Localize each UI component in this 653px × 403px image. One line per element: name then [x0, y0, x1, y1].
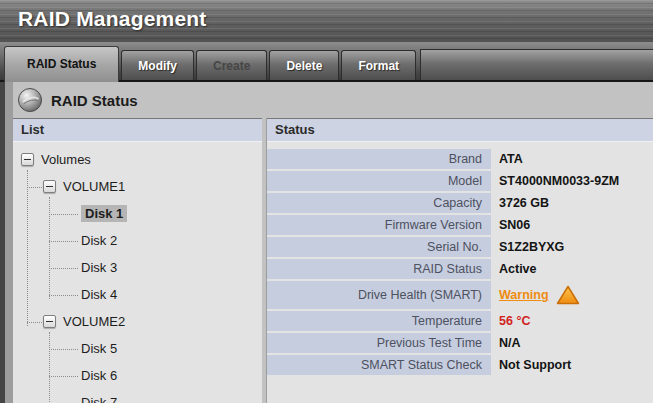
- row-value: N/A: [499, 336, 521, 350]
- volume-tree: Volumes VOLUME1 Disk 1 Disk 2 Disk 3 Dis…: [13, 142, 262, 403]
- row-value: Not Support: [499, 358, 571, 372]
- tree-item-label: Volumes: [41, 152, 91, 167]
- tree-item-disk7[interactable]: Disk 7: [13, 389, 262, 403]
- tree-item-disk2[interactable]: Disk 2: [13, 227, 262, 254]
- content-panels: List Volumes VOLUME1 Disk 1 Disk 2: [13, 118, 653, 403]
- row-label: Serial No.: [267, 237, 491, 257]
- status-row-model: Model ST4000NM0033-9ZM: [267, 171, 653, 191]
- page-title: RAID Management: [18, 7, 207, 31]
- collapse-icon[interactable]: [43, 180, 56, 193]
- row-label: Capacity: [267, 193, 491, 213]
- section-header: RAID Status: [13, 82, 653, 118]
- tree-item-label: Disk 6: [81, 368, 117, 383]
- page-edge-gray-strip: [5, 82, 13, 403]
- section-title: RAID Status: [51, 92, 138, 109]
- row-value: Active: [499, 262, 537, 276]
- tree-item-label: Disk 2: [81, 233, 117, 248]
- tree-item-volume1[interactable]: VOLUME1: [13, 173, 262, 200]
- row-label: RAID Status: [267, 259, 491, 279]
- tree-item-label: Disk 5: [81, 341, 117, 356]
- list-panel-body: Volumes VOLUME1 Disk 1 Disk 2 Disk 3 Dis…: [13, 142, 262, 403]
- raid-status-sphere-icon: [17, 87, 43, 113]
- row-value: S1Z2BYXG: [499, 240, 564, 254]
- status-panel-header: Status: [267, 118, 653, 142]
- status-row-brand: Brand ATA: [267, 149, 653, 169]
- tree-item-disk3[interactable]: Disk 3: [13, 254, 262, 281]
- tree-guide-line: [27, 170, 28, 326]
- row-value: ATA: [499, 152, 523, 166]
- row-label: Drive Health (SMART): [267, 281, 491, 309]
- status-rows: Brand ATA Model ST4000NM0033-9ZM Capacit…: [267, 142, 653, 375]
- tab-modify[interactable]: Modify: [121, 50, 194, 80]
- tab-bar: RAID Status Modify Create Delete Format: [0, 42, 653, 82]
- tab-raid-status[interactable]: RAID Status: [4, 46, 119, 82]
- tab-format[interactable]: Format: [341, 50, 416, 80]
- status-row-serial: Serial No. S1Z2BYXG: [267, 237, 653, 257]
- tab-strip-filler: [420, 49, 653, 80]
- collapse-icon[interactable]: [43, 315, 56, 328]
- warning-link[interactable]: Warning: [499, 288, 549, 302]
- status-row-temperature: Temperature 56 °C: [267, 311, 653, 331]
- row-label: Previous Test Time: [267, 333, 491, 353]
- tree-guide-line: [49, 332, 50, 403]
- row-label: Firmware Version: [267, 215, 491, 235]
- row-value: ST4000NM0033-9ZM: [499, 174, 619, 188]
- tree-item-label: Disk 7: [81, 395, 117, 403]
- row-value: 3726 GB: [499, 196, 549, 210]
- tree-item-disk1[interactable]: Disk 1: [13, 200, 262, 227]
- tree-item-label-selected: Disk 1: [81, 205, 127, 222]
- tree-item-label: Disk 3: [81, 260, 117, 275]
- row-label: Model: [267, 171, 491, 191]
- status-row-previous-test: Previous Test Time N/A: [267, 333, 653, 353]
- tree-item-disk5[interactable]: Disk 5: [13, 335, 262, 362]
- status-panel-body: Brand ATA Model ST4000NM0033-9ZM Capacit…: [267, 142, 653, 403]
- status-row-capacity: Capacity 3726 GB: [267, 193, 653, 213]
- tree-item-disk4[interactable]: Disk 4: [13, 281, 262, 308]
- tab-create: Create: [196, 50, 267, 80]
- collapse-icon[interactable]: [21, 153, 34, 166]
- tree-item-disk6[interactable]: Disk 6: [13, 362, 262, 389]
- warning-triangle-icon[interactable]: [556, 285, 580, 305]
- row-label: Brand: [267, 149, 491, 169]
- tree-item-label: VOLUME2: [63, 314, 125, 329]
- row-value: SN06: [499, 218, 530, 232]
- tree-item-volume2[interactable]: VOLUME2: [13, 308, 262, 335]
- status-panel: Status Brand ATA Model ST4000NM0033-9ZM …: [267, 118, 653, 403]
- app-header: RAID Management: [0, 0, 653, 42]
- status-row-drive-health: Drive Health (SMART) Warning: [267, 281, 653, 309]
- list-panel-header: List: [13, 118, 262, 142]
- row-label: SMART Status Check: [267, 355, 491, 375]
- list-panel: List Volumes VOLUME1 Disk 1 Disk 2: [13, 118, 262, 403]
- row-value-temperature: 56 °C: [499, 314, 530, 328]
- status-row-raid-status: RAID Status Active: [267, 259, 653, 279]
- tree-guide-line: [49, 197, 50, 299]
- tab-delete[interactable]: Delete: [269, 50, 339, 80]
- status-row-smart-check: SMART Status Check Not Support: [267, 355, 653, 375]
- row-label: Temperature: [267, 311, 491, 331]
- tree-item-label: VOLUME1: [63, 179, 125, 194]
- status-row-firmware: Firmware Version SN06: [267, 215, 653, 235]
- tree-item-volumes[interactable]: Volumes: [13, 146, 262, 173]
- tree-item-label: Disk 4: [81, 287, 117, 302]
